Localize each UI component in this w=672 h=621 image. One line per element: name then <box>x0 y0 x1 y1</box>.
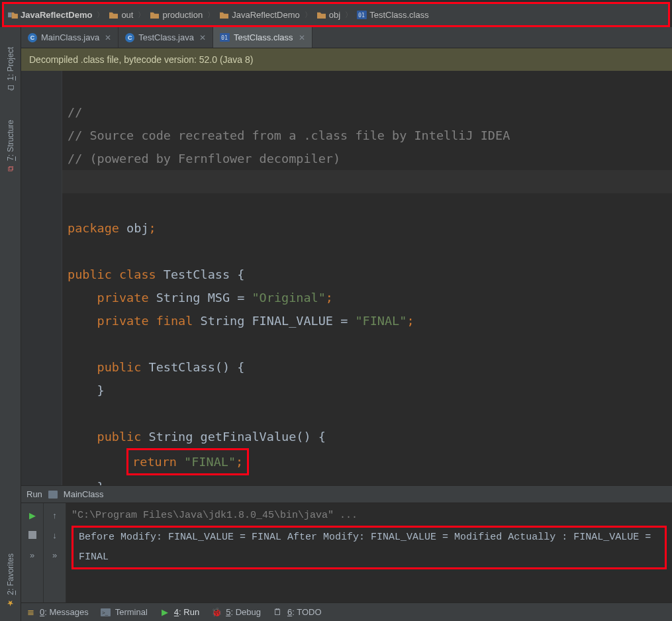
tool-messages[interactable]: ≣ 0: Messages <box>25 607 89 617</box>
java-icon: C <box>28 33 37 42</box>
tool-window-project[interactable]: 🗀 1: Project <box>6 47 15 93</box>
class-file-icon: 01 <box>357 11 367 19</box>
run-header[interactable]: Run MainClass <box>21 486 672 503</box>
tab-testclass-java[interactable]: C TestClass.java ✕ <box>119 27 213 48</box>
console-command: "C:\Program Files\Java\jdk1.8.0_45\bin\j… <box>72 510 358 521</box>
bug-icon: 🐞 <box>211 608 222 617</box>
tab-label: MainClass.java <box>41 32 99 42</box>
close-icon[interactable]: ✕ <box>198 33 206 42</box>
bottom-tool-bar: ≣ 0: Messages >_ Terminal ▶ 4: Run 🐞 5: … <box>21 602 672 621</box>
structure-icon: ⧉ <box>6 164 15 173</box>
breadcrumb-label: production <box>162 10 203 20</box>
breadcrumb-item[interactable]: JavaReflectDemo <box>8 10 92 20</box>
breadcrumb-item[interactable]: production <box>150 10 203 20</box>
chevron-right-icon: 〉 <box>96 10 105 20</box>
breadcrumb[interactable]: JavaReflectDemo 〉 out 〉 production 〉 Jav… <box>2 2 670 27</box>
close-icon[interactable]: ✕ <box>103 33 111 42</box>
todo-icon: 🗒 <box>273 608 283 617</box>
chevron-right-icon: 〉 <box>344 10 353 20</box>
tab-mainclass[interactable]: C MainClass.java ✕ <box>21 27 119 48</box>
up-icon[interactable]: ↑ <box>48 508 62 522</box>
breadcrumb-item[interactable]: JavaReflectDemo <box>219 10 300 20</box>
rerun-button[interactable]: ▶ <box>26 508 39 522</box>
down-icon[interactable]: ↓ <box>48 528 62 542</box>
run-title: Run <box>26 489 42 499</box>
breadcrumb-label: out <box>121 10 133 20</box>
breadcrumb-label: TestClass.class <box>369 10 429 20</box>
run-tool-window: Run MainClass ▶ » ↑ ↓ » <box>21 485 672 602</box>
gutter[interactable] <box>21 71 62 485</box>
folder-icon <box>150 11 160 19</box>
main-area: 🗀 1: Project ⧉ 7: Structure ★ 2: Favorit… <box>0 27 672 621</box>
editor[interactable]: // // Source code recreated from a .clas… <box>21 71 672 485</box>
tab-label: TestClass.class <box>234 32 293 42</box>
tool-debug[interactable]: 🐞 5: Debug <box>211 607 261 617</box>
svg-text:>_: >_ <box>102 610 109 616</box>
star-icon: ★ <box>6 598 15 608</box>
more-button[interactable]: » <box>26 548 39 561</box>
breadcrumb-item[interactable]: 01 TestClass.class <box>357 10 429 20</box>
messages-icon: ≣ <box>25 608 36 617</box>
folder-icon <box>109 11 119 19</box>
decompiled-notice: Decompiled .class file, bytecode version… <box>21 48 672 71</box>
tool-window-favorites[interactable]: ★ 2: Favorites <box>6 553 15 608</box>
editor-tabs: C MainClass.java ✕ C TestClass.java ✕ 01… <box>21 27 672 48</box>
project-root-icon <box>8 11 18 19</box>
svg-text:01: 01 <box>221 34 228 41</box>
run-icon: ▶ <box>160 608 170 617</box>
app-icon <box>48 490 58 499</box>
breadcrumb-item[interactable]: out <box>109 10 133 20</box>
chevron-right-icon: 〉 <box>304 10 312 20</box>
left-tool-strip: 🗀 1: Project ⧉ 7: Structure ★ 2: Favorit… <box>0 27 21 621</box>
folder-icon <box>219 11 229 19</box>
chevron-right-icon: 〉 <box>207 10 215 20</box>
chevron-right-icon: 〉 <box>137 10 146 20</box>
breadcrumb-label: obj <box>329 10 340 20</box>
tool-terminal[interactable]: >_ Terminal <box>101 607 148 617</box>
editor-column: C MainClass.java ✕ C TestClass.java ✕ 01… <box>21 27 672 621</box>
console-output[interactable]: "C:\Program Files\Java\jdk1.8.0_45\bin\j… <box>66 503 672 602</box>
breadcrumb-label: JavaReflectDemo <box>21 10 92 20</box>
tool-todo[interactable]: 🗒 6: TODO <box>273 607 322 617</box>
more-button[interactable]: » <box>48 548 62 561</box>
breadcrumb-label: JavaReflectDemo <box>232 10 300 20</box>
svg-rect-0 <box>8 12 12 17</box>
svg-rect-5 <box>48 491 58 499</box>
project-icon: 🗀 <box>6 84 15 93</box>
java-icon: C <box>125 33 134 42</box>
tab-testclass-class[interactable]: 01 TestClass.class ✕ <box>213 27 312 48</box>
folder-icon <box>316 11 326 19</box>
tab-label: TestClass.java <box>138 32 194 42</box>
svg-text:01: 01 <box>358 12 365 19</box>
class-file-icon: 01 <box>220 33 230 42</box>
tool-window-structure[interactable]: ⧉ 7: Structure <box>6 120 15 173</box>
run-controls: ▶ » ↑ ↓ » <box>21 503 66 602</box>
ide-window: JavaReflectDemo 〉 out 〉 production 〉 Jav… <box>0 0 672 621</box>
tool-run[interactable]: ▶ 4: Run <box>160 607 199 617</box>
highlighted-output: Before Modify: FINAL_VALUE = FINAL After… <box>72 526 667 569</box>
stop-button[interactable] <box>26 528 39 542</box>
close-icon[interactable]: ✕ <box>297 33 305 42</box>
breadcrumb-item[interactable]: obj <box>316 10 340 20</box>
code-area[interactable]: // // Source code recreated from a .clas… <box>62 71 672 485</box>
terminal-icon: >_ <box>101 608 111 617</box>
run-config-name: MainClass <box>64 489 104 499</box>
